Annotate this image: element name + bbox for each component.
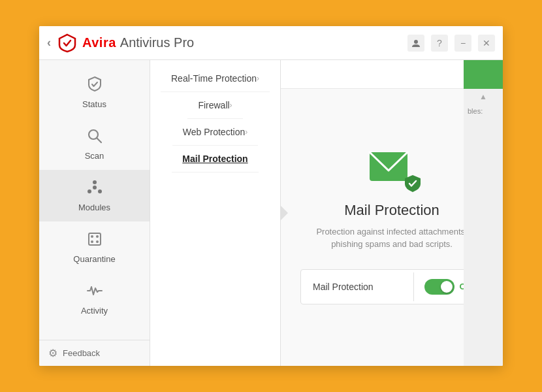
panel-divider-arrow xyxy=(280,205,288,221)
titlebar: ‹ Avira Antivirus Pro ? − ✕ xyxy=(39,26,503,60)
app-name: Avira xyxy=(82,35,116,50)
sidebar-footer: ⚙ Feedback xyxy=(39,340,150,366)
menu-item-realtime-label: Real-Time Protection xyxy=(171,73,257,84)
feature-description: Protection against infected attachments,… xyxy=(300,225,483,251)
mail-protection-toggle[interactable] xyxy=(424,279,454,295)
content-area: ⚙ Mail Protection Protection against xyxy=(281,60,503,366)
sidebar: Status Scan xyxy=(39,60,150,366)
sidebar-item-activity[interactable]: Activity xyxy=(39,273,150,325)
green-status-bar xyxy=(464,60,503,89)
chevron-right-icon: › xyxy=(245,127,247,137)
menu-item-mail[interactable]: Mail Protection xyxy=(172,146,258,172)
footer-gear-icon[interactable]: ⚙ xyxy=(48,347,57,359)
main-content: Status Scan xyxy=(39,60,503,366)
chevron-right-icon: › xyxy=(230,101,232,110)
sidebar-item-quarantine[interactable]: Quarantine xyxy=(39,221,150,273)
shield-badge-icon xyxy=(404,174,422,193)
modules-icon xyxy=(86,179,103,200)
feature-title: Mail Protection xyxy=(344,202,439,219)
menu-item-mail-label: Mail Protection xyxy=(182,154,247,164)
svg-point-5 xyxy=(98,189,102,193)
minimize-button[interactable]: − xyxy=(454,35,471,52)
scroll-indicator: ▲ bles: xyxy=(464,89,503,366)
scan-icon xyxy=(86,127,103,148)
sidebar-item-quarantine-label: Quarantine xyxy=(73,254,115,264)
help-button[interactable]: ? xyxy=(431,35,448,52)
menu-item-web-label: Web Protection xyxy=(183,127,245,137)
svg-point-0 xyxy=(414,40,418,44)
sidebar-item-status[interactable]: Status xyxy=(39,67,150,118)
sidebar-item-scan-label: Scan xyxy=(85,151,104,161)
close-button[interactable]: ✕ xyxy=(478,35,495,52)
menu-item-firewall[interactable]: Firewall › xyxy=(187,92,242,119)
status-icon xyxy=(86,76,103,97)
svg-point-4 xyxy=(88,189,91,193)
svg-line-2 xyxy=(97,138,101,142)
svg-point-10 xyxy=(91,240,93,243)
mail-icon-wrapper xyxy=(368,151,415,189)
menu-item-firewall-label: Firewall xyxy=(198,100,229,110)
svg-point-11 xyxy=(96,240,99,243)
svg-point-9 xyxy=(96,235,99,238)
sidebar-item-scan[interactable]: Scan xyxy=(39,118,150,170)
toggle-knob xyxy=(441,281,453,293)
footer-feedback-label: Feedback xyxy=(63,348,100,358)
svg-rect-7 xyxy=(89,233,101,245)
app-window: ‹ Avira Antivirus Pro ? − ✕ xyxy=(39,26,503,366)
app-subtitle: Antivirus Pro xyxy=(120,35,194,50)
sidebar-item-modules-label: Modules xyxy=(78,203,110,212)
menu-item-web[interactable]: Web Protection › xyxy=(172,119,258,146)
toggle-row: Mail Protection ON xyxy=(300,269,483,304)
svg-point-6 xyxy=(93,186,97,189)
content-topbar: ⚙ xyxy=(281,60,503,89)
scroll-label-text: bles: xyxy=(464,105,503,118)
toggle-label: Mail Protection xyxy=(301,272,414,301)
scroll-up-button[interactable]: ▲ xyxy=(464,89,503,105)
window-controls: ? − ✕ xyxy=(407,35,495,52)
sidebar-item-activity-label: Activity xyxy=(81,306,108,316)
user-button[interactable] xyxy=(407,35,424,52)
sidebar-item-status-label: Status xyxy=(82,99,106,109)
svg-point-8 xyxy=(91,235,93,238)
chevron-right-icon: › xyxy=(257,74,259,83)
activity-icon xyxy=(86,282,103,303)
quarantine-icon xyxy=(86,231,103,252)
menu-item-realtime[interactable]: Real-Time Protection › xyxy=(161,65,270,92)
back-button[interactable]: ‹ xyxy=(47,36,51,50)
sidebar-item-modules[interactable]: Modules xyxy=(39,170,150,221)
middle-panel: Real-Time Protection › Firewall › Web Pr… xyxy=(150,60,281,366)
svg-point-3 xyxy=(93,180,97,184)
avira-logo xyxy=(57,33,77,53)
